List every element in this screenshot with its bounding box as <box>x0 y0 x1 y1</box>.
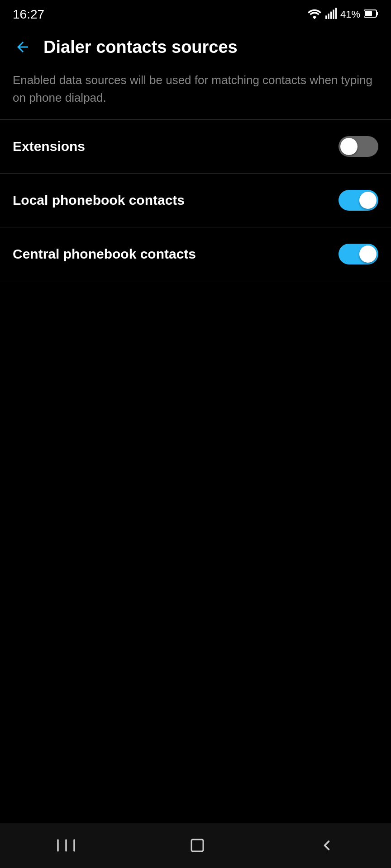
status-icons: 41% <box>308 8 378 21</box>
signal-icon <box>325 8 337 21</box>
status-bar: 16:27 41% <box>0 0 391 27</box>
extensions-setting[interactable]: Extensions <box>0 120 391 174</box>
nav-menu-button[interactable] <box>38 830 94 861</box>
svg-rect-0 <box>325 15 327 19</box>
svg-rect-3 <box>333 9 334 19</box>
central-phonebook-toggle-thumb <box>359 245 377 263</box>
central-phonebook-label: Central phonebook contacts <box>13 246 196 262</box>
status-time: 16:27 <box>13 7 44 22</box>
local-phonebook-label: Local phonebook contacts <box>13 193 185 208</box>
nav-back-button[interactable] <box>300 830 353 861</box>
central-phonebook-toggle[interactable] <box>339 244 378 264</box>
local-phonebook-toggle-thumb <box>359 192 377 209</box>
svg-rect-6 <box>377 12 378 15</box>
central-phonebook-setting[interactable]: Central phonebook contacts <box>0 227 391 281</box>
settings-list: Extensions Local phonebook contacts Cent… <box>0 119 391 281</box>
extensions-toggle-thumb <box>340 138 358 155</box>
svg-rect-11 <box>191 840 203 851</box>
svg-rect-1 <box>328 14 329 19</box>
navigation-bar <box>0 823 391 868</box>
header: Dialer contacts sources <box>0 27 391 67</box>
local-phonebook-setting[interactable]: Local phonebook contacts <box>0 174 391 227</box>
battery-percentage: 41% <box>340 9 360 20</box>
battery-icon <box>364 9 378 20</box>
extensions-toggle[interactable] <box>339 136 378 157</box>
page-description: Enabled data sources will be used for ma… <box>0 67 391 119</box>
svg-rect-2 <box>330 12 332 19</box>
extensions-label: Extensions <box>13 139 85 154</box>
local-phonebook-toggle[interactable] <box>339 190 378 211</box>
svg-rect-7 <box>365 11 372 16</box>
wifi-icon <box>308 8 321 21</box>
svg-rect-4 <box>335 8 337 19</box>
nav-home-button[interactable] <box>171 830 224 861</box>
page-title: Dialer contacts sources <box>43 38 238 57</box>
back-button[interactable] <box>11 35 34 59</box>
